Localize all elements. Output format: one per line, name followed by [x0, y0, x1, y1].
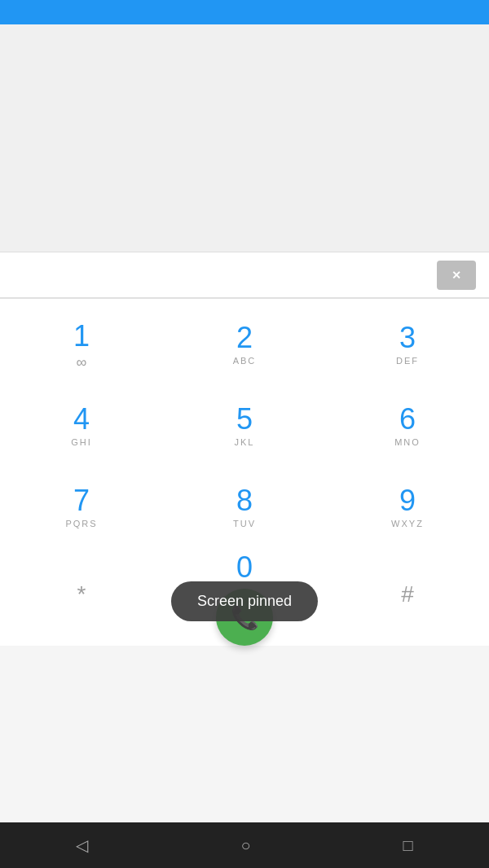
number-display — [0, 252, 489, 298]
key-zero-label[interactable]: 0 — [236, 553, 253, 582]
key-9[interactable]: 9 WXYZ — [326, 468, 489, 550]
key-5[interactable]: 5 JKL — [163, 387, 326, 468]
screen-pinned-toast: Screen pinned — [171, 581, 318, 621]
voicemail-icon: ∞ — [77, 354, 87, 371]
key-3[interactable]: 3 DEF — [326, 305, 489, 387]
key-8[interactable]: 8 TUV — [163, 468, 326, 550]
display-area — [0, 24, 489, 252]
status-bar — [0, 0, 489, 24]
home-button[interactable]: ○ — [240, 836, 250, 855]
back-button[interactable]: ◁ — [76, 835, 88, 855]
dialpad-row-3: 7 PQRS 8 TUV 9 WXYZ — [0, 468, 489, 550]
key-hash[interactable]: # — [326, 581, 489, 607]
key-star[interactable]: * — [0, 581, 163, 607]
key-1[interactable]: 1 ∞ — [0, 305, 163, 387]
nav-bar: ◁ ○ □ — [0, 822, 489, 868]
key-6[interactable]: 6 MNO — [326, 387, 489, 468]
recents-button[interactable]: □ — [403, 836, 412, 855]
delete-button[interactable] — [437, 261, 476, 290]
dialpad-row-1: 1 ∞ 2 ABC 3 DEF — [0, 305, 489, 387]
dialpad-wrapper: 1 ∞ 2 ABC 3 DEF 4 GHI 5 JKL 6 — [0, 299, 489, 646]
key-2[interactable]: 2 ABC — [163, 305, 326, 387]
key-7[interactable]: 7 PQRS — [0, 468, 163, 550]
key-4[interactable]: 4 GHI — [0, 387, 163, 468]
dialpad-row-2: 4 GHI 5 JKL 6 MNO — [0, 387, 489, 468]
